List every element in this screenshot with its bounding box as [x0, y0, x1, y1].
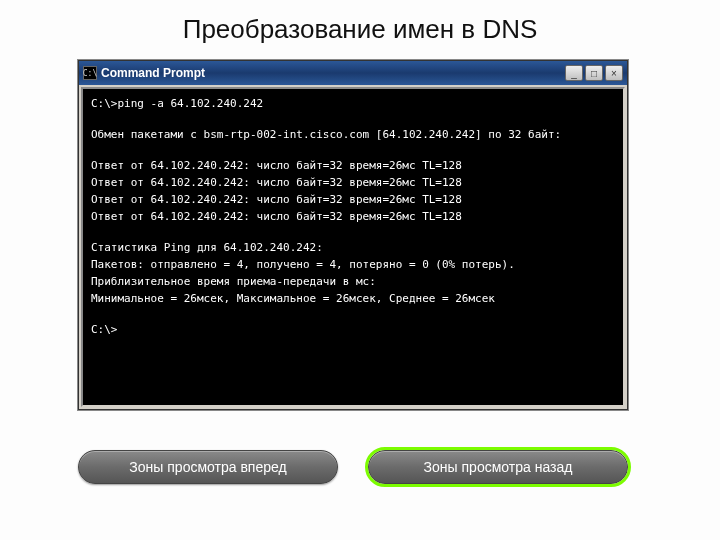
slide-title: Преобразование имен в DNS — [0, 0, 720, 55]
terminal-line: Ответ от 64.102.240.242: число байт=32 в… — [91, 174, 615, 191]
terminal-line: C:\> — [91, 321, 615, 338]
terminal-line: Приблизительное время приема-передачи в … — [91, 273, 615, 290]
terminal-line: Ответ от 64.102.240.242: число байт=32 в… — [91, 191, 615, 208]
terminal-line: Ответ от 64.102.240.242: число байт=32 в… — [91, 208, 615, 225]
close-button[interactable]: × — [605, 65, 623, 81]
forward-zones-button[interactable]: Зоны просмотра вперед — [78, 450, 338, 484]
terminal-line: C:\>ping -a 64.102.240.242 — [91, 95, 615, 112]
terminal-output: C:\>ping -a 64.102.240.242 Обмен пакетам… — [81, 87, 625, 407]
terminal-line: Статистика Ping для 64.102.240.242: — [91, 239, 615, 256]
titlebar[interactable]: C:\ Command Prompt _ □ × — [79, 61, 627, 85]
terminal-line: Ответ от 64.102.240.242: число байт=32 в… — [91, 157, 615, 174]
reverse-zones-button[interactable]: Зоны просмотра назад — [368, 450, 628, 484]
window-title: Command Prompt — [101, 66, 565, 80]
maximize-button[interactable]: □ — [585, 65, 603, 81]
command-prompt-window: C:\ Command Prompt _ □ × C:\>ping -a 64.… — [78, 60, 628, 410]
terminal-line: Минимальное = 26мсек, Максимальное = 26м… — [91, 290, 615, 307]
window-controls: _ □ × — [565, 65, 623, 81]
cmd-icon: C:\ — [83, 66, 97, 80]
minimize-button[interactable]: _ — [565, 65, 583, 81]
terminal-line: Пакетов: отправлено = 4, получено = 4, п… — [91, 256, 615, 273]
terminal-line: Обмен пакетами с bsm-rtp-002-int.cisco.c… — [91, 126, 615, 143]
nav-buttons-row: Зоны просмотра вперед Зоны просмотра наз… — [78, 450, 628, 484]
